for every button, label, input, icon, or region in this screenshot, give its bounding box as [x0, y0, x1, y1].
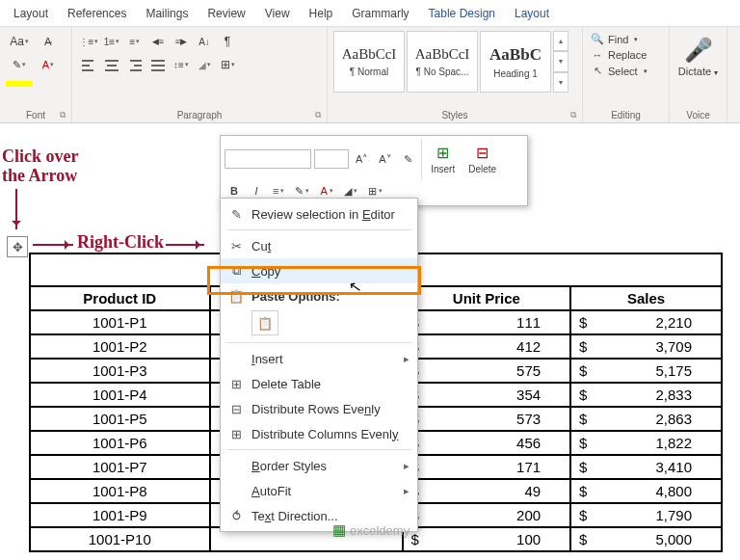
ctx-cut[interactable]: ✂Cut — [221, 233, 417, 258]
paste-option-1[interactable]: 📋 — [251, 310, 278, 335]
font-color-button[interactable]: A▾ — [35, 54, 62, 75]
mini-format-painter[interactable]: ✎ — [399, 149, 418, 169]
ctx-copy[interactable]: ⧉Copy — [221, 258, 417, 283]
tab-view[interactable]: View — [255, 3, 300, 24]
style-no-spacing[interactable]: AaBbCcI ¶ No Spac... — [407, 31, 478, 93]
shrink-font-button[interactable]: A˅ — [375, 149, 395, 169]
cut-icon: ✂ — [226, 239, 246, 253]
select-icon: ↖ — [591, 65, 604, 77]
editor-icon: ✎ — [226, 207, 246, 222]
chevron-right-icon: ▸ — [404, 353, 410, 365]
tab-table-layout[interactable]: Layout — [505, 3, 559, 24]
mic-icon[interactable]: 🎤 — [684, 37, 713, 64]
align-right-button[interactable] — [124, 54, 145, 75]
group-styles: AaBbCcI ¶ Normal AaBbCcI ¶ No Spac... Aa… — [328, 27, 583, 122]
text-direction-icon: ⥀ — [226, 509, 246, 523]
styles-more-icon[interactable]: ▾ — [553, 72, 568, 93]
group-label-editing: Editing — [589, 108, 663, 120]
clear-format-button[interactable]: A̶ — [35, 31, 62, 52]
ctx-paste-options: 📋Paste Options: — [221, 283, 417, 308]
numbering-button[interactable]: ▾ — [101, 31, 122, 52]
change-case-button[interactable]: ▾ — [6, 31, 33, 52]
tab-table-design[interactable]: Table Design — [419, 3, 505, 24]
ctx-autofit[interactable]: AutoFit▸ — [221, 478, 417, 503]
dist-cols-icon: ⊞ — [226, 427, 246, 441]
bullets-button[interactable]: ▾ — [78, 31, 99, 52]
mini-font-size[interactable] — [314, 149, 349, 169]
tab-help[interactable]: Help — [300, 3, 343, 24]
select-button[interactable]: ↖Select▾ — [589, 63, 663, 79]
ctx-sep — [226, 229, 411, 230]
ribbon-tabs: Layout References Mailings Review View H… — [0, 0, 740, 27]
justify-button[interactable] — [147, 54, 169, 75]
tab-mailings[interactable]: Mailings — [136, 3, 198, 24]
anno-right-click: Right-Click — [77, 232, 164, 253]
borders-button[interactable]: ▾ — [217, 54, 238, 75]
dist-rows-icon: ⊟ — [226, 402, 246, 416]
tab-review[interactable]: Review — [198, 3, 254, 24]
anno-arrow-right-1 — [33, 244, 73, 246]
delete-table-icon: ⊞ — [226, 377, 246, 391]
col-unit-price: Unit Price — [403, 286, 571, 310]
style-heading1[interactable]: AaBbC Heading 1 — [480, 31, 551, 93]
watermark: ▦exceldemy — [332, 521, 410, 539]
col-product-id: Product ID — [30, 286, 210, 310]
table-move-handle[interactable]: ✥ — [7, 236, 28, 257]
styles-scroll[interactable]: ▴ ▾ ▾ — [553, 31, 568, 93]
styles-down-icon[interactable]: ▾ — [553, 51, 568, 71]
find-button[interactable]: 🔍Find▾ — [589, 31, 663, 47]
show-marks-button[interactable] — [217, 31, 238, 52]
context-menu: ✎Review selection in Editor ✂Cut ⧉Copy 📋… — [220, 198, 418, 532]
shading-button[interactable]: ▾ — [194, 54, 215, 75]
ctx-review-editor[interactable]: ✎Review selection in Editor — [221, 201, 417, 227]
line-spacing-button[interactable]: ▾ — [171, 54, 192, 75]
sort-button[interactable] — [194, 31, 215, 52]
grow-font-button[interactable]: A˄ — [352, 149, 372, 169]
align-left-button[interactable] — [78, 54, 99, 75]
search-icon: 🔍 — [591, 33, 604, 45]
anno-the-arrow: the Arrow — [2, 166, 77, 186]
excel-icon: ▦ — [332, 521, 346, 539]
multilevel-button[interactable]: ▾ — [124, 31, 145, 52]
chevron-right-icon-2: ▸ — [404, 460, 410, 472]
replace-icon: ↔ — [591, 49, 604, 61]
anno-arrow-down — [15, 189, 17, 229]
ctx-sep2 — [226, 342, 411, 343]
col-sales: Sales — [570, 286, 722, 310]
align-center-button[interactable] — [101, 54, 122, 75]
ctx-insert[interactable]: Insert▸ — [221, 346, 417, 371]
highlight-button[interactable]: ✎▾ — [6, 54, 33, 75]
group-label-voice: Voice — [686, 108, 709, 120]
chevron-right-icon-3: ▸ — [404, 485, 410, 497]
group-font: ▾ A̶ ✎▾ A▾ Font⧉ — [0, 27, 72, 122]
delete-icon: ⊟ — [476, 144, 489, 162]
ctx-border-styles[interactable]: Border Styles▸ — [221, 453, 417, 478]
insert-icon: ⊞ — [436, 144, 449, 162]
styles-up-icon[interactable]: ▴ — [553, 31, 568, 51]
tab-grammarly[interactable]: Grammarly — [342, 3, 418, 24]
increase-indent-button[interactable] — [171, 31, 192, 52]
decrease-indent-button[interactable] — [147, 31, 169, 52]
style-normal[interactable]: AaBbCcI ¶ Normal — [333, 31, 405, 93]
highlight-swatch — [6, 81, 33, 87]
mini-font-name[interactable] — [225, 149, 311, 169]
ctx-delete-table[interactable]: ⊞Delete Table — [221, 371, 417, 396]
anno-click-over: Click over — [2, 147, 78, 167]
group-paragraph: ▾ ▾ ▾ ▾ ▾ ▾ Paragraph⧉ — [72, 27, 328, 122]
group-editing: 🔍Find▾ ↔Replace ↖Select▾ Editing — [583, 27, 670, 122]
tab-references[interactable]: References — [58, 3, 136, 24]
dictate-button[interactable]: Dictate ▾ — [678, 66, 718, 77]
ribbon: ▾ A̶ ✎▾ A▾ Font⧉ ▾ ▾ ▾ ▾ ▾ ▾ Paragr — [0, 27, 740, 123]
replace-button[interactable]: ↔Replace — [589, 47, 663, 63]
paste-icon: 📋 — [226, 289, 246, 304]
mini-toolbar: A˄ A˅ ✎ ⊞Insert ⊟Delete B I ≡▾ ✎▾ A▾ ◢▾ … — [220, 135, 528, 206]
ctx-dist-rows[interactable]: ⊟Distribute Rows Evenly — [221, 396, 417, 421]
copy-icon: ⧉ — [226, 263, 246, 279]
mini-insert-button[interactable]: ⊞Insert — [425, 139, 462, 179]
group-voice: 🎤 Dictate ▾ Voice — [670, 27, 727, 122]
ctx-dist-cols[interactable]: ⊞Distribute Columns Evenly — [221, 421, 417, 446]
group-label-styles: Styles⧉ — [333, 108, 576, 120]
tab-layout[interactable]: Layout — [4, 3, 58, 24]
mini-delete-button[interactable]: ⊟Delete — [464, 139, 501, 179]
ctx-paste-block: 📋 — [221, 308, 417, 339]
